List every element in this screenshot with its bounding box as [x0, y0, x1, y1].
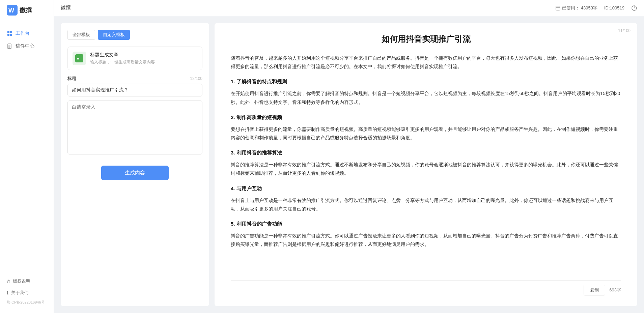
brand-name: 微撰	[20, 6, 32, 14]
template-name: 标题生成文章	[90, 52, 155, 58]
content-area: 全部模板 自定义模板 ≡ 标题生成文章 输入标题，一键生成高质量文章内容 标题 …	[54, 16, 644, 313]
svg-rect-5	[10, 34, 12, 36]
generate-button[interactable]: 生成内容	[101, 166, 169, 180]
title-label: 标题	[67, 76, 76, 82]
storage-icon	[555, 5, 561, 11]
main-area: 微撰 已使用： 43953字 ID:100519 全部模板 自	[54, 0, 644, 313]
article-heading: 5. 利用抖音的广告功能	[231, 219, 621, 228]
word-count: 693字	[609, 287, 621, 293]
right-panel: 11/100 如何用抖音实现推广引流 随着抖音的普及，越来越多的人开始利用这个短…	[215, 23, 637, 306]
topbar-usage: 已使用： 43953字	[555, 5, 597, 11]
template-card[interactable]: ≡ 标题生成文章 输入标题，一键生成高质量文章内容	[67, 47, 202, 70]
article-heading: 1. 了解抖音的特点和规则	[231, 77, 621, 86]
sidebar-item-about[interactable]: ℹ 关于我们	[0, 287, 54, 298]
left-panel: 全部模板 自定义模板 ≡ 标题生成文章 输入标题，一键生成高质量文章内容 标题 …	[61, 23, 209, 306]
sidebar-item-copyright[interactable]: © 版权说明	[0, 276, 54, 287]
form-divider	[67, 160, 202, 160]
brand-logo-icon: W	[7, 5, 18, 16]
copy-button[interactable]: 复制	[584, 285, 605, 295]
sidebar-item-drafts-label: 稿件中心	[16, 43, 34, 49]
sidebar-item-drafts[interactable]: 稿件中心	[0, 40, 54, 53]
sidebar-bottom: © 版权说明 ℹ 关于我们 鄂ICP备2022016946号	[0, 270, 54, 313]
icp-text: 鄂ICP备2022016946号	[0, 298, 54, 308]
article-paragraph: 抖音的广告功能是一种非常有效的推广引流方式。你可以通过广告投放来让更多的人看到你…	[231, 232, 621, 249]
topbar-id: ID:100519	[604, 5, 624, 10]
sidebar-nav: 工作台 稿件中心	[0, 20, 54, 270]
template-info: 标题生成文章 输入标题，一键生成高质量文章内容	[90, 52, 155, 65]
page-info: 11/100	[618, 28, 631, 33]
article-paragraph: 在开始使用抖音进行推广引流之前，你需要了解抖音的特点和规则。抖音是一个短视频分享…	[231, 89, 621, 106]
topbar-right: 已使用： 43953字 ID:100519	[555, 5, 637, 11]
svg-text:W: W	[8, 7, 14, 14]
copyright-label: 版权说明	[13, 278, 30, 284]
about-icon: ℹ	[7, 290, 8, 295]
svg-rect-10	[556, 6, 560, 10]
template-card-icon: ≡	[73, 52, 86, 65]
article-paragraph: 在抖音上与用户互动是一种非常有效的推广引流方式。你可以通过回复评论、点赞、分享等…	[231, 196, 621, 213]
tab-all-templates[interactable]: 全部模板	[67, 30, 95, 40]
form-label-row: 标题 12/100	[67, 76, 202, 82]
svg-text:≡: ≡	[77, 56, 80, 61]
article-paragraph: 要想在抖音上获得更多的流量，你需要制作高质量的短视频。高质量的短视频能够吸引更多…	[231, 125, 621, 142]
drafts-icon	[7, 43, 13, 49]
sidebar-item-workbench-label: 工作台	[16, 30, 30, 36]
topbar: 微撰 已使用： 43953字 ID:100519	[54, 0, 644, 16]
article-heading: 4. 与用户互动	[231, 184, 621, 193]
power-icon[interactable]	[631, 5, 637, 11]
workbench-icon	[7, 30, 13, 36]
copyright-icon: ©	[7, 279, 10, 284]
about-label: 关于我们	[11, 290, 29, 296]
template-desc: 输入标题，一键生成高质量文章内容	[90, 59, 155, 65]
sidebar-item-workbench[interactable]: 工作台	[0, 27, 54, 40]
svg-rect-2	[7, 31, 9, 33]
svg-rect-4	[7, 34, 9, 36]
sidebar: W 微撰 工作台 稿件中心 © 版权说明 ℹ 关于我们 鄂ICP备2022016…	[0, 0, 54, 313]
tab-bar: 全部模板 自定义模板	[67, 30, 202, 40]
article-body: 随着抖音的普及，越来越多的人开始利用这个短视频分享平台来推广自己的产品或服务。抖…	[231, 54, 621, 276]
title-counter: 12/100	[190, 76, 202, 81]
article-paragraph: 随着抖音的普及，越来越多的人开始利用这个短视频分享平台来推广自己的产品或服务。抖…	[231, 54, 621, 71]
title-input[interactable]	[67, 84, 202, 96]
article-heading: 2. 制作高质量的短视频	[231, 113, 621, 122]
topbar-title: 微撰	[61, 5, 71, 11]
usage-count: 43953字	[581, 5, 597, 11]
sidebar-logo: W 微撰	[0, 0, 54, 20]
article-heading: 3. 利用抖音的推荐算法	[231, 148, 621, 157]
article-footer: 复制 693字	[231, 280, 621, 295]
svg-rect-3	[10, 31, 12, 33]
content-textarea[interactable]	[67, 101, 202, 154]
article-title: 如何用抖音实现推广引流	[231, 34, 621, 45]
tab-custom-templates[interactable]: 自定义模板	[98, 30, 130, 40]
article-paragraph: 抖音的推荐算法是一种非常有效的推广引流方式。通过不断地发布和分享自己的短视频，你…	[231, 161, 621, 177]
usage-label: 已使用：	[562, 5, 580, 11]
